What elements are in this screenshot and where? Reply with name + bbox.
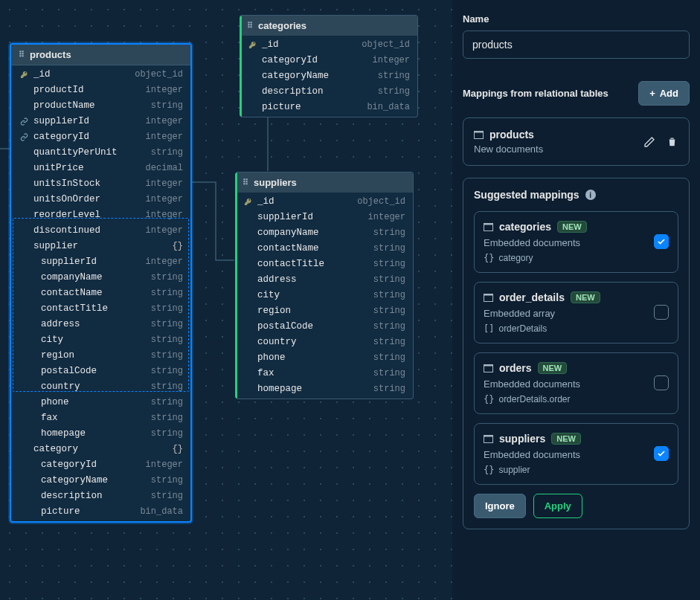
drag-handle-icon[interactable]: ⠿ <box>243 178 249 187</box>
field-row[interactable]: citystring <box>235 288 413 303</box>
field-row[interactable]: categoryIdinteger <box>11 457 190 473</box>
table-header[interactable]: ⠿ categories <box>240 16 417 36</box>
path-type-icon: [] <box>484 323 494 334</box>
field-type: string <box>373 352 405 364</box>
field-row[interactable]: supplierIdinteger <box>11 114 190 129</box>
apply-button[interactable]: Apply <box>533 494 582 518</box>
delete-icon[interactable] <box>665 135 678 149</box>
field-row[interactable]: unitsInStockinteger <box>11 176 190 192</box>
blank-icon <box>243 384 253 395</box>
field-row[interactable]: companyNamestring <box>235 225 413 241</box>
suggested-title: categories <box>499 221 551 233</box>
table-header[interactable]: ⠿ products <box>11 45 190 65</box>
field-row[interactable]: addressstring <box>235 272 413 288</box>
drag-handle-icon[interactable]: ⠿ <box>247 21 254 30</box>
field-row[interactable]: homepagestring <box>11 426 190 442</box>
edit-icon[interactable] <box>643 135 656 149</box>
field-row[interactable]: categoryIdinteger <box>240 53 417 68</box>
name-input[interactable] <box>463 30 690 59</box>
field-type: integer <box>146 131 183 143</box>
suggested-item: categoriesNEWEmbedded documents{}categor… <box>474 211 678 273</box>
diagram-canvas[interactable]: ⠿ products _idobject_idproductIdintegerp… <box>0 0 452 600</box>
field-name: supplierId <box>33 115 146 128</box>
field-row[interactable]: unitsOnOrderinteger <box>11 192 190 207</box>
field-row[interactable]: citystring <box>11 332 190 348</box>
suggested-mappings-card: Suggested mappings i categoriesNEWEmbedd… <box>463 178 690 529</box>
blank-icon <box>19 476 29 486</box>
field-row[interactable]: contactTitlestring <box>11 301 190 317</box>
field-row[interactable]: unitPricedecimal <box>11 161 190 176</box>
field-name: postalCode <box>33 365 151 378</box>
field-row[interactable]: quantityPerUnitstring <box>11 145 190 161</box>
table-header[interactable]: ⠿ suppliers <box>235 172 413 193</box>
table-suppliers[interactable]: ⠿ suppliers _idobject_idsupplierIdintege… <box>235 172 414 399</box>
field-row[interactable]: _idobject_id <box>240 37 417 53</box>
field-row[interactable]: productNamestring <box>11 98 190 114</box>
field-type: string <box>373 227 405 239</box>
blank-icon <box>243 353 253 364</box>
blank-icon <box>19 320 29 330</box>
suggested-checkbox[interactable] <box>654 375 669 390</box>
field-row[interactable]: countrystring <box>11 379 190 395</box>
drag-handle-icon[interactable]: ⠿ <box>19 50 25 59</box>
table-body: _idobject_idproductIdintegerproductNames… <box>11 65 190 521</box>
field-row[interactable]: reorderLevelinteger <box>11 207 190 223</box>
mappings-label: Mappings from relational tables <box>463 88 609 99</box>
field-row[interactable]: regionstring <box>235 303 413 319</box>
link-icon <box>19 132 29 143</box>
field-name: categoryId <box>33 131 146 143</box>
key-icon <box>247 40 257 51</box>
field-name: description <box>262 86 378 98</box>
field-row[interactable]: addressstring <box>11 317 190 332</box>
field-name: supplierId <box>33 256 146 268</box>
field-row[interactable]: postalCodestring <box>11 364 190 379</box>
field-row[interactable]: productIdinteger <box>11 83 190 98</box>
field-row[interactable]: homepagestring <box>235 381 413 397</box>
field-row[interactable]: category{} <box>11 442 190 457</box>
field-name: _id <box>262 39 362 51</box>
field-row[interactable]: _idobject_id <box>235 194 413 210</box>
field-row[interactable]: categoryNamestring <box>11 473 190 488</box>
blank-icon <box>19 398 29 408</box>
field-row[interactable]: supplierIdinteger <box>11 254 190 270</box>
field-row[interactable]: categoryIdinteger <box>11 129 190 145</box>
table-products[interactable]: ⠿ products _idobject_idproductIdintegerp… <box>10 43 192 523</box>
field-row[interactable]: discontinuedinteger <box>11 223 190 239</box>
field-name: phone <box>33 396 151 409</box>
field-row[interactable]: picturebin_data <box>240 100 417 115</box>
field-type: string <box>378 70 410 83</box>
field-row[interactable]: faxstring <box>11 410 190 426</box>
blank-icon <box>243 338 253 348</box>
field-row[interactable]: postalCodestring <box>235 319 413 335</box>
add-button[interactable]: + Add <box>638 81 690 106</box>
suggested-checkbox[interactable] <box>654 234 669 249</box>
suggested-checkbox[interactable] <box>654 446 669 461</box>
field-row[interactable]: companyNamestring <box>11 270 190 286</box>
info-icon[interactable]: i <box>585 190 596 200</box>
field-name: country <box>257 336 373 349</box>
field-row[interactable]: faxstring <box>235 366 413 381</box>
field-row[interactable]: regionstring <box>11 348 190 364</box>
field-row[interactable]: contactTitlestring <box>235 257 413 272</box>
field-row[interactable]: phonestring <box>235 350 413 366</box>
field-row[interactable]: supplier{} <box>11 239 190 254</box>
field-row[interactable]: contactNamestring <box>235 241 413 257</box>
field-row[interactable]: phonestring <box>11 395 190 410</box>
field-row[interactable]: descriptionstring <box>240 84 417 100</box>
field-type: {} <box>173 443 183 456</box>
field-row[interactable]: countrystring <box>235 335 413 350</box>
field-row[interactable]: _idobject_id <box>11 67 190 83</box>
table-categories[interactable]: ⠿ categories _idobject_idcategoryIdinteg… <box>240 15 418 117</box>
field-row[interactable]: categoryNamestring <box>240 68 417 84</box>
field-row[interactable]: descriptionstring <box>11 488 190 504</box>
ignore-button[interactable]: Ignore <box>474 494 526 518</box>
field-name: fax <box>257 367 373 380</box>
suggested-checkbox[interactable] <box>654 305 669 320</box>
field-row[interactable]: contactNamestring <box>11 286 190 301</box>
field-row[interactable]: picturebin_data <box>11 504 190 520</box>
field-row[interactable]: supplierIdinteger <box>235 210 413 225</box>
field-name: categoryName <box>33 474 151 487</box>
suggested-item: suppliersNEWEmbedded documents{}supplier <box>474 423 678 485</box>
new-badge: NEW <box>557 221 587 233</box>
field-type: integer <box>373 54 410 67</box>
